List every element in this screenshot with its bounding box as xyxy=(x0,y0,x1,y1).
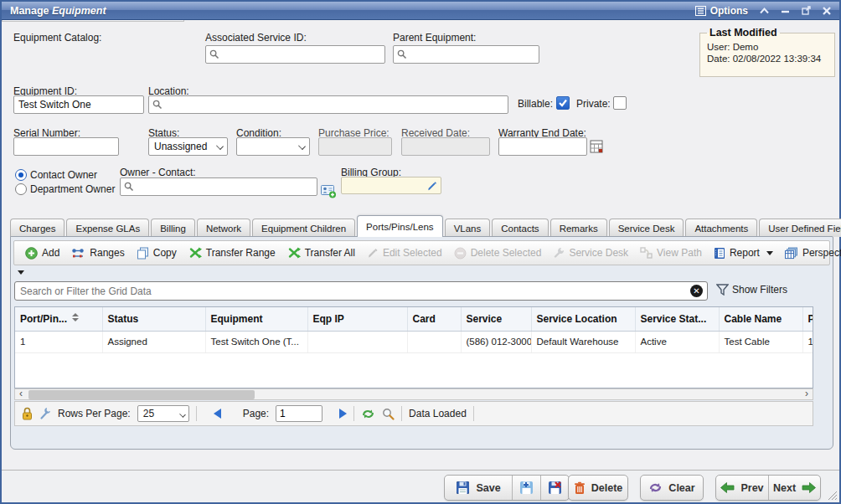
minimize-icon[interactable] xyxy=(781,8,790,14)
copy-button[interactable]: Copy xyxy=(131,243,183,263)
billing-group-field[interactable] xyxy=(341,177,441,194)
last-modified-user: User: Demo xyxy=(707,42,828,52)
tab-bar: Charges Expense GLAs Billing Network Equ… xyxy=(10,217,830,237)
column-header-status[interactable]: Status xyxy=(102,307,205,331)
perspectives-button[interactable]: Perspectives xyxy=(779,243,841,263)
last-modified-date: Date: 02/08/2022 13:39:34 xyxy=(707,54,828,64)
calendar-icon[interactable] xyxy=(590,139,604,154)
save-close-icon xyxy=(548,481,562,495)
scrollbar-thumb[interactable] xyxy=(28,390,255,399)
report-button[interactable]: Report xyxy=(708,243,779,263)
column-header-service[interactable]: Service xyxy=(461,307,531,331)
manage-equipment-window: Manage Equipment Options Equipment Catal… xyxy=(0,0,841,504)
edit-selected-button[interactable]: Edit Selected xyxy=(361,243,448,263)
tab-equipment-children[interactable]: Equipment Children xyxy=(252,219,355,237)
condition-select[interactable] xyxy=(236,137,310,156)
associated-service-id-input[interactable] xyxy=(205,45,385,64)
column-header-service-status[interactable]: Service Stat... xyxy=(635,307,719,331)
tab-billing[interactable]: Billing xyxy=(151,219,195,237)
previous-page-button[interactable] xyxy=(214,409,221,419)
equipment-id-field xyxy=(13,95,144,114)
table-row[interactable]: 1 Assigned Test Switch One (T... (586) 0… xyxy=(15,331,813,352)
page-label: Page: xyxy=(243,408,269,419)
column-header-path[interactable]: P xyxy=(802,307,813,331)
next-button[interactable]: Next xyxy=(768,476,820,500)
column-header-port-pin[interactable]: Port/Pin... xyxy=(15,307,102,331)
column-header-cable-name[interactable]: Cable Name xyxy=(719,307,802,331)
equipment-id-input[interactable] xyxy=(13,95,144,114)
sort-icon xyxy=(72,313,79,321)
save-and-new-button[interactable] xyxy=(512,476,540,500)
tab-expense-glas[interactable]: Expense GLAs xyxy=(66,219,149,237)
save-and-close-button[interactable] xyxy=(540,476,569,500)
page-number-input[interactable] xyxy=(276,405,322,422)
warranty-end-date-field xyxy=(498,137,587,156)
delete-selected-button[interactable]: Delete Selected xyxy=(448,243,548,263)
parent-equipment-input[interactable] xyxy=(393,45,539,64)
contact-owner-radio[interactable] xyxy=(15,169,27,181)
department-owner-radio[interactable] xyxy=(15,183,27,195)
ranges-button[interactable]: Ranges xyxy=(65,243,130,263)
next-page-button[interactable] xyxy=(339,409,347,419)
tab-ports-pins-lens[interactable]: Ports/Pins/Lens xyxy=(357,215,443,237)
resize-grip[interactable] xyxy=(826,489,838,501)
purchase-price-input xyxy=(318,137,392,156)
equipment-catalog-label: Equipment Catalog: xyxy=(13,32,101,44)
toolbar-overflow-caret[interactable] xyxy=(18,270,24,275)
add-button[interactable]: Add xyxy=(19,243,65,263)
next-arrow-icon xyxy=(802,482,816,493)
rows-per-page-select[interactable]: 25 xyxy=(137,405,189,422)
add-icon xyxy=(25,247,38,260)
serial-number-input[interactable] xyxy=(13,137,119,156)
grid-search-input[interactable] xyxy=(14,281,708,301)
tab-vlans[interactable]: VLans xyxy=(445,219,491,237)
column-header-eqp-ip[interactable]: Eqp IP xyxy=(307,307,407,331)
transfer-icon xyxy=(188,247,202,259)
status-select[interactable]: Unassigned xyxy=(148,137,228,156)
prev-button[interactable]: Prev xyxy=(716,476,768,500)
options-button[interactable]: Options xyxy=(695,5,748,17)
column-header-equipment[interactable]: Equipment xyxy=(205,307,307,331)
search-grid-icon[interactable] xyxy=(382,408,395,420)
tab-user-defined-fields[interactable]: User Defined Fields xyxy=(759,219,841,237)
tab-attachments[interactable]: Attachments xyxy=(685,219,757,237)
clear-search-icon[interactable]: ✕ xyxy=(690,285,703,297)
edit-pencil-icon xyxy=(367,247,379,259)
tools-icon[interactable] xyxy=(39,407,51,420)
horizontal-scrollbar[interactable]: ‹ › xyxy=(14,388,813,400)
tab-network[interactable]: Network xyxy=(197,219,250,237)
grid-search: ✕ xyxy=(14,281,708,301)
owner-contact-input[interactable] xyxy=(120,177,317,196)
lock-icon[interactable] xyxy=(22,407,33,420)
tab-remarks[interactable]: Remarks xyxy=(550,219,607,237)
column-header-service-location[interactable]: Service Location xyxy=(531,307,635,331)
view-path-button[interactable]: View Path xyxy=(634,243,708,263)
close-icon[interactable] xyxy=(823,7,831,15)
clear-button[interactable]: Clear xyxy=(640,475,704,501)
location-input[interactable] xyxy=(148,95,508,114)
delete-button[interactable]: Delete xyxy=(568,475,628,501)
private-checkbox[interactable] xyxy=(613,96,627,110)
service-desk-button[interactable]: Service Desk xyxy=(547,243,634,263)
warranty-end-date-input[interactable] xyxy=(498,137,587,156)
edit-pencil-icon xyxy=(426,180,438,192)
save-icon xyxy=(456,481,470,495)
add-contact-icon[interactable] xyxy=(321,184,337,198)
rows-per-page-label: Rows Per Page: xyxy=(58,408,131,419)
transfer-range-button[interactable]: Transfer Range xyxy=(183,243,281,263)
popout-icon[interactable] xyxy=(802,6,811,15)
refresh-icon[interactable] xyxy=(361,408,375,420)
save-button[interactable]: Save xyxy=(445,476,512,500)
transfer-all-button[interactable]: Transfer All xyxy=(281,243,361,263)
location-field xyxy=(148,95,508,114)
column-header-card[interactable]: Card xyxy=(407,307,461,331)
scroll-right-arrow[interactable]: › xyxy=(801,389,813,399)
billable-checkbox[interactable] xyxy=(556,96,570,110)
scroll-left-arrow[interactable]: ‹ xyxy=(15,389,27,399)
collapse-icon[interactable] xyxy=(760,8,769,14)
show-filters-button[interactable]: Show Filters xyxy=(716,284,787,296)
tab-contacts[interactable]: Contacts xyxy=(492,219,548,237)
delete-circle-icon xyxy=(454,247,467,260)
tab-charges[interactable]: Charges xyxy=(10,219,64,237)
tab-service-desk[interactable]: Service Desk xyxy=(609,219,684,237)
